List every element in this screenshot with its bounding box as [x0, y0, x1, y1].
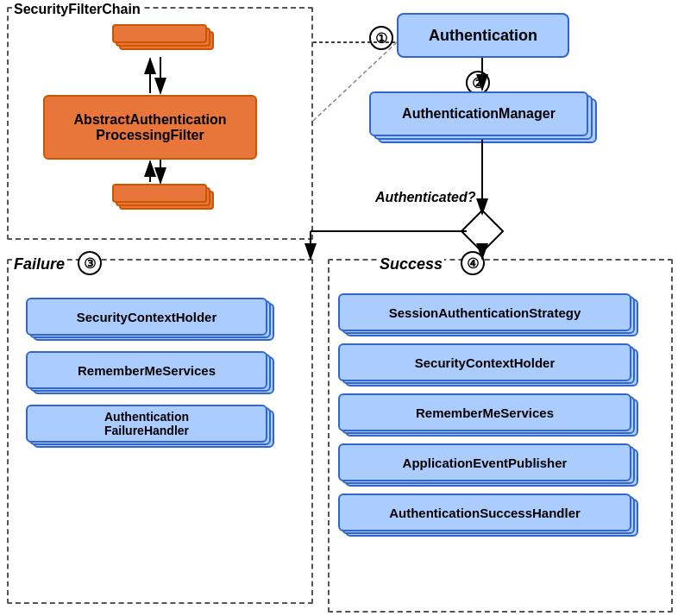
- failure-label: Failure: [12, 255, 66, 273]
- failure-item-2: RememberMeServices: [26, 351, 280, 393]
- badge-4: ④: [461, 251, 485, 275]
- success-item-2: SecurityContextHolder: [338, 343, 644, 385]
- auth-manager-label: AuthenticationManager: [402, 106, 556, 122]
- failure-item-1: SecurityContextHolder: [26, 298, 280, 339]
- top-filter-icon: [112, 24, 212, 57]
- success-label: Success: [378, 255, 444, 273]
- success-item-4: ApplicationEventPublisher: [338, 443, 644, 485]
- authentication-label: Authentication: [429, 27, 537, 45]
- bottom-filter-icon: [112, 184, 212, 217]
- authenticated-question: Authenticated?: [375, 190, 475, 205]
- success-item-3: RememberMeServices: [338, 393, 644, 435]
- success-item-1: SessionAuthenticationStrategy: [338, 293, 644, 335]
- badge-1: ①: [369, 26, 393, 50]
- decision-diamond: [461, 210, 505, 254]
- success-components: SessionAuthenticationStrategy SecurityCo…: [338, 293, 644, 535]
- abstract-auth-label: AbstractAuthenticationProcessingFilter: [74, 112, 227, 143]
- failure-components: SecurityContextHolder RememberMeServices…: [26, 298, 280, 446]
- failure-item-3: AuthenticationFailureHandler: [26, 405, 280, 446]
- badge-3: ③: [78, 251, 102, 275]
- success-item-5: AuthenticationSuccessHandler: [338, 493, 644, 535]
- diagram-container: SecurityFilterChain AbstractAuthenticati…: [0, 0, 678, 616]
- security-filter-chain-label: SecurityFilterChain: [12, 2, 142, 17]
- abstract-auth-box: AbstractAuthenticationProcessingFilter: [43, 95, 257, 160]
- authentication-box: Authentication: [397, 13, 569, 58]
